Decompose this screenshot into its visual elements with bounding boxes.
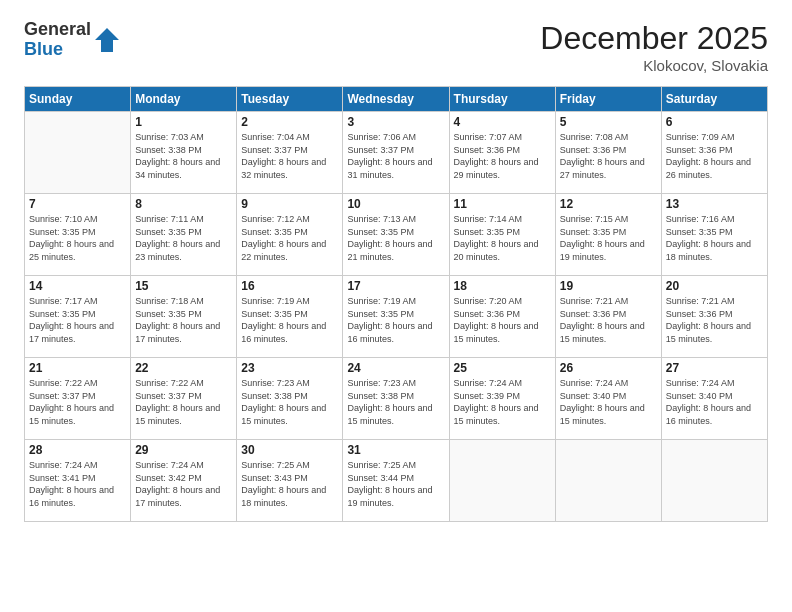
sunset-time: Sunset: 3:37 PM xyxy=(241,145,308,155)
sunset-time: Sunset: 3:36 PM xyxy=(560,309,627,319)
daylight-hours: Daylight: 8 hours and 21 minutes. xyxy=(347,239,432,262)
logo-blue: Blue xyxy=(24,40,91,60)
sunrise-time: Sunrise: 7:22 AM xyxy=(135,378,204,388)
day-info: Sunrise: 7:19 AM Sunset: 3:35 PM Dayligh… xyxy=(347,295,444,345)
day-info: Sunrise: 7:18 AM Sunset: 3:35 PM Dayligh… xyxy=(135,295,232,345)
sunset-time: Sunset: 3:35 PM xyxy=(347,227,414,237)
header-saturday: Saturday xyxy=(661,87,767,112)
day-info: Sunrise: 7:17 AM Sunset: 3:35 PM Dayligh… xyxy=(29,295,126,345)
sunrise-time: Sunrise: 7:19 AM xyxy=(347,296,416,306)
daylight-hours: Daylight: 8 hours and 15 minutes. xyxy=(454,403,539,426)
day-info: Sunrise: 7:21 AM Sunset: 3:36 PM Dayligh… xyxy=(666,295,763,345)
day-number: 17 xyxy=(347,279,444,293)
sunrise-time: Sunrise: 7:22 AM xyxy=(29,378,98,388)
table-row: 22 Sunrise: 7:22 AM Sunset: 3:37 PM Dayl… xyxy=(131,358,237,440)
day-number: 5 xyxy=(560,115,657,129)
daylight-hours: Daylight: 8 hours and 15 minutes. xyxy=(454,321,539,344)
day-info: Sunrise: 7:07 AM Sunset: 3:36 PM Dayligh… xyxy=(454,131,551,181)
daylight-hours: Daylight: 8 hours and 15 minutes. xyxy=(241,403,326,426)
sunrise-time: Sunrise: 7:03 AM xyxy=(135,132,204,142)
sunset-time: Sunset: 3:35 PM xyxy=(454,227,521,237)
sunset-time: Sunset: 3:36 PM xyxy=(560,145,627,155)
daylight-hours: Daylight: 8 hours and 15 minutes. xyxy=(666,321,751,344)
table-row: 14 Sunrise: 7:17 AM Sunset: 3:35 PM Dayl… xyxy=(25,276,131,358)
day-info: Sunrise: 7:12 AM Sunset: 3:35 PM Dayligh… xyxy=(241,213,338,263)
table-row: 7 Sunrise: 7:10 AM Sunset: 3:35 PM Dayli… xyxy=(25,194,131,276)
sunrise-time: Sunrise: 7:14 AM xyxy=(454,214,523,224)
day-info: Sunrise: 7:25 AM Sunset: 3:44 PM Dayligh… xyxy=(347,459,444,509)
day-number: 14 xyxy=(29,279,126,293)
sunset-time: Sunset: 3:40 PM xyxy=(666,391,733,401)
sunset-time: Sunset: 3:44 PM xyxy=(347,473,414,483)
table-row: 4 Sunrise: 7:07 AM Sunset: 3:36 PM Dayli… xyxy=(449,112,555,194)
daylight-hours: Daylight: 8 hours and 26 minutes. xyxy=(666,157,751,180)
day-number: 22 xyxy=(135,361,232,375)
sunset-time: Sunset: 3:35 PM xyxy=(241,309,308,319)
day-info: Sunrise: 7:06 AM Sunset: 3:37 PM Dayligh… xyxy=(347,131,444,181)
daylight-hours: Daylight: 8 hours and 15 minutes. xyxy=(347,403,432,426)
sunrise-time: Sunrise: 7:25 AM xyxy=(241,460,310,470)
table-row: 9 Sunrise: 7:12 AM Sunset: 3:35 PM Dayli… xyxy=(237,194,343,276)
day-number: 27 xyxy=(666,361,763,375)
header-thursday: Thursday xyxy=(449,87,555,112)
daylight-hours: Daylight: 8 hours and 17 minutes. xyxy=(135,485,220,508)
day-info: Sunrise: 7:23 AM Sunset: 3:38 PM Dayligh… xyxy=(241,377,338,427)
day-number: 11 xyxy=(454,197,551,211)
day-info: Sunrise: 7:24 AM Sunset: 3:41 PM Dayligh… xyxy=(29,459,126,509)
day-info: Sunrise: 7:24 AM Sunset: 3:40 PM Dayligh… xyxy=(560,377,657,427)
calendar-week-row: 14 Sunrise: 7:17 AM Sunset: 3:35 PM Dayl… xyxy=(25,276,768,358)
day-info: Sunrise: 7:21 AM Sunset: 3:36 PM Dayligh… xyxy=(560,295,657,345)
daylight-hours: Daylight: 8 hours and 19 minutes. xyxy=(347,485,432,508)
month-title: December 2025 xyxy=(540,20,768,57)
day-number: 25 xyxy=(454,361,551,375)
sunset-time: Sunset: 3:35 PM xyxy=(29,227,96,237)
day-number: 12 xyxy=(560,197,657,211)
table-row: 11 Sunrise: 7:14 AM Sunset: 3:35 PM Dayl… xyxy=(449,194,555,276)
table-row: 20 Sunrise: 7:21 AM Sunset: 3:36 PM Dayl… xyxy=(661,276,767,358)
sunrise-time: Sunrise: 7:16 AM xyxy=(666,214,735,224)
daylight-hours: Daylight: 8 hours and 15 minutes. xyxy=(560,321,645,344)
table-row: 26 Sunrise: 7:24 AM Sunset: 3:40 PM Dayl… xyxy=(555,358,661,440)
sunset-time: Sunset: 3:43 PM xyxy=(241,473,308,483)
sunrise-time: Sunrise: 7:25 AM xyxy=(347,460,416,470)
daylight-hours: Daylight: 8 hours and 15 minutes. xyxy=(29,403,114,426)
day-number: 28 xyxy=(29,443,126,457)
sunrise-time: Sunrise: 7:19 AM xyxy=(241,296,310,306)
daylight-hours: Daylight: 8 hours and 16 minutes. xyxy=(29,485,114,508)
sunset-time: Sunset: 3:38 PM xyxy=(135,145,202,155)
daylight-hours: Daylight: 8 hours and 31 minutes. xyxy=(347,157,432,180)
table-row: 8 Sunrise: 7:11 AM Sunset: 3:35 PM Dayli… xyxy=(131,194,237,276)
sunset-time: Sunset: 3:39 PM xyxy=(454,391,521,401)
daylight-hours: Daylight: 8 hours and 25 minutes. xyxy=(29,239,114,262)
day-number: 15 xyxy=(135,279,232,293)
daylight-hours: Daylight: 8 hours and 15 minutes. xyxy=(135,403,220,426)
daylight-hours: Daylight: 8 hours and 17 minutes. xyxy=(29,321,114,344)
sunrise-time: Sunrise: 7:24 AM xyxy=(560,378,629,388)
daylight-hours: Daylight: 8 hours and 15 minutes. xyxy=(560,403,645,426)
day-number: 30 xyxy=(241,443,338,457)
daylight-hours: Daylight: 8 hours and 16 minutes. xyxy=(666,403,751,426)
sunrise-time: Sunrise: 7:18 AM xyxy=(135,296,204,306)
day-number: 4 xyxy=(454,115,551,129)
calendar-week-row: 21 Sunrise: 7:22 AM Sunset: 3:37 PM Dayl… xyxy=(25,358,768,440)
header-friday: Friday xyxy=(555,87,661,112)
day-number: 18 xyxy=(454,279,551,293)
sunrise-time: Sunrise: 7:10 AM xyxy=(29,214,98,224)
sunset-time: Sunset: 3:40 PM xyxy=(560,391,627,401)
sunrise-time: Sunrise: 7:21 AM xyxy=(560,296,629,306)
logo-text: General Blue xyxy=(24,20,91,60)
table-row xyxy=(661,440,767,522)
table-row: 12 Sunrise: 7:15 AM Sunset: 3:35 PM Dayl… xyxy=(555,194,661,276)
day-number: 29 xyxy=(135,443,232,457)
sunset-time: Sunset: 3:35 PM xyxy=(135,227,202,237)
sunset-time: Sunset: 3:42 PM xyxy=(135,473,202,483)
sunset-time: Sunset: 3:37 PM xyxy=(135,391,202,401)
sunset-time: Sunset: 3:36 PM xyxy=(666,145,733,155)
day-info: Sunrise: 7:23 AM Sunset: 3:38 PM Dayligh… xyxy=(347,377,444,427)
sunrise-time: Sunrise: 7:24 AM xyxy=(666,378,735,388)
sunrise-time: Sunrise: 7:09 AM xyxy=(666,132,735,142)
day-info: Sunrise: 7:20 AM Sunset: 3:36 PM Dayligh… xyxy=(454,295,551,345)
day-number: 24 xyxy=(347,361,444,375)
table-row xyxy=(25,112,131,194)
day-number: 7 xyxy=(29,197,126,211)
